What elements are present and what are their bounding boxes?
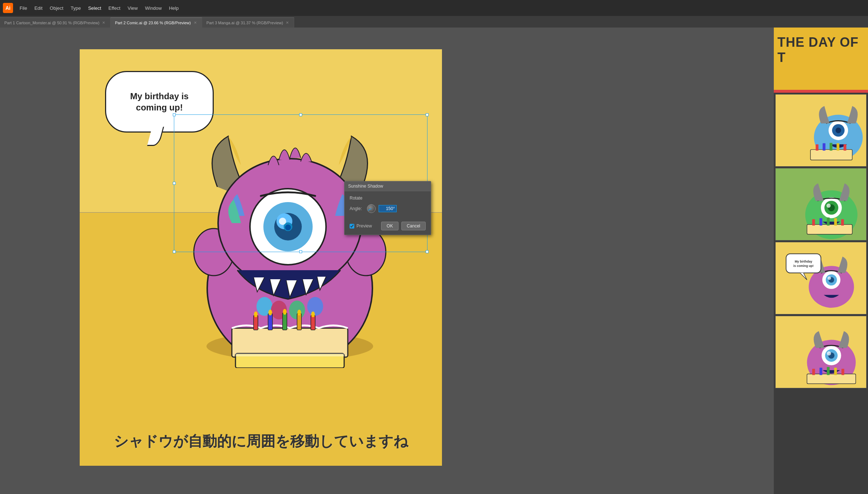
dialog-angle-row: Angle: bbox=[350, 204, 426, 213]
menu-item-help[interactable]: Help bbox=[166, 4, 181, 12]
right-panel: THE DAY OF T bbox=[774, 28, 868, 494]
thumb-svg-4 bbox=[776, 316, 866, 388]
svg-rect-53 bbox=[841, 219, 844, 225]
svg-rect-23 bbox=[283, 313, 287, 330]
svg-text:is coming up!: is coming up! bbox=[793, 264, 814, 268]
tab-bar: Part 1 Cartoon_Monster.ai @ 50.91 % (RGB… bbox=[0, 16, 868, 28]
svg-rect-38 bbox=[823, 143, 826, 151]
menu-item-object[interactable]: Object bbox=[47, 4, 66, 12]
preview-checkbox-row: Preview bbox=[350, 223, 378, 229]
svg-point-27 bbox=[268, 310, 272, 315]
svg-rect-49 bbox=[812, 219, 815, 225]
dialog-body: Rotate Angle: bbox=[345, 191, 431, 222]
panel-scroll: My birthday is coming up! bbox=[774, 93, 868, 494]
tab-part1[interactable]: Part 1 Cartoon_Monster.ai @ 50.91 % (RGB… bbox=[0, 17, 110, 28]
svg-point-13 bbox=[279, 218, 286, 225]
svg-rect-40 bbox=[836, 143, 839, 151]
tab-close-part3[interactable]: ✕ bbox=[285, 20, 289, 25]
panel-thumb-2[interactable] bbox=[775, 168, 867, 240]
svg-rect-51 bbox=[827, 218, 830, 226]
dialog-footer: Preview OK Cancel bbox=[345, 222, 431, 235]
thumb-svg-2 bbox=[776, 168, 866, 240]
svg-rect-72 bbox=[827, 367, 830, 375]
panel-thumb-4[interactable] bbox=[775, 316, 867, 388]
menu-item-window[interactable]: Window bbox=[142, 4, 164, 12]
menu-bar: Ai File Edit Object Type Select Effect V… bbox=[0, 0, 868, 16]
svg-rect-22 bbox=[268, 314, 272, 330]
menu-item-file[interactable]: File bbox=[17, 4, 30, 12]
panel-title-text: THE DAY OF T bbox=[777, 35, 868, 65]
svg-point-12 bbox=[285, 225, 291, 230]
monster-svg bbox=[181, 114, 398, 368]
cancel-button[interactable]: Cancel bbox=[401, 222, 426, 230]
preview-label: Preview bbox=[356, 223, 372, 229]
svg-rect-20 bbox=[235, 353, 344, 356]
svg-rect-36 bbox=[810, 150, 852, 160]
svg-rect-41 bbox=[844, 144, 847, 150]
svg-rect-71 bbox=[819, 368, 822, 375]
svg-point-59 bbox=[827, 276, 831, 280]
dialog-section-label: Rotate bbox=[350, 196, 426, 201]
preview-checkbox[interactable] bbox=[350, 224, 354, 229]
svg-point-30 bbox=[311, 311, 315, 317]
menu-item-type[interactable]: Type bbox=[68, 4, 84, 12]
svg-point-29 bbox=[297, 310, 301, 315]
panel-thumb-1[interactable] bbox=[775, 94, 867, 167]
monster-container bbox=[181, 114, 398, 368]
svg-rect-50 bbox=[819, 218, 822, 225]
menu-item-select[interactable]: Select bbox=[85, 4, 104, 12]
menu-item-view[interactable]: View bbox=[125, 4, 141, 12]
svg-point-35 bbox=[835, 127, 841, 133]
tab-close-part1[interactable]: ✕ bbox=[101, 20, 106, 25]
svg-text:My birthday: My birthday bbox=[795, 260, 813, 263]
svg-rect-39 bbox=[830, 143, 832, 151]
svg-point-68 bbox=[827, 351, 831, 356]
svg-rect-48 bbox=[807, 225, 852, 234]
svg-rect-74 bbox=[842, 369, 844, 375]
tab-part3[interactable]: Part 3 Manga.ai @ 31.37 % (RGB/Preview) … bbox=[202, 17, 295, 28]
svg-rect-24 bbox=[297, 314, 301, 330]
thumb-svg-1 bbox=[776, 95, 866, 166]
panel-title-bar: THE DAY OF T bbox=[774, 28, 868, 93]
thumb-svg-3: My birthday is coming up! bbox=[776, 242, 866, 314]
panel-title-red-bar bbox=[774, 90, 868, 93]
svg-rect-52 bbox=[834, 218, 837, 225]
angle-dial[interactable] bbox=[367, 204, 376, 213]
menu-item-edit[interactable]: Edit bbox=[32, 4, 45, 12]
svg-rect-37 bbox=[816, 144, 819, 150]
svg-point-47 bbox=[826, 204, 831, 208]
subtitle-text: シャドウが自動的に周囲を移動していますね bbox=[114, 431, 408, 451]
ok-button[interactable]: OK bbox=[381, 222, 398, 230]
svg-point-28 bbox=[283, 309, 287, 315]
svg-rect-73 bbox=[834, 368, 837, 375]
svg-rect-18 bbox=[232, 328, 348, 357]
svg-rect-21 bbox=[254, 315, 258, 330]
svg-rect-60 bbox=[786, 254, 821, 273]
angle-input[interactable] bbox=[379, 205, 397, 212]
app-icon: Ai bbox=[3, 3, 13, 13]
tab-part2[interactable]: Part 2 Comic.ai @ 23.66 % (RGB/Preview) … bbox=[110, 17, 202, 28]
menu-item-effect[interactable]: Effect bbox=[105, 4, 123, 12]
panel-thumb-3[interactable]: My birthday is coming up! bbox=[775, 242, 867, 314]
bubble-text: My birthday is coming up! bbox=[130, 91, 188, 113]
svg-point-26 bbox=[254, 311, 258, 317]
angle-label: Angle: bbox=[350, 206, 364, 211]
canvas: My birthday is coming up! bbox=[80, 49, 442, 466]
svg-point-17 bbox=[307, 297, 323, 316]
sunshine-shadow-dialog: Sunshine Shadow Rotate Angle: Preview OK… bbox=[344, 181, 431, 235]
svg-rect-25 bbox=[311, 315, 315, 330]
svg-rect-70 bbox=[812, 369, 815, 375]
main-canvas-area: My birthday is coming up! bbox=[0, 28, 456, 494]
svg-rect-69 bbox=[807, 374, 856, 384]
dialog-title: Sunshine Shadow bbox=[345, 181, 431, 191]
tab-close-part2[interactable]: ✕ bbox=[193, 20, 197, 25]
